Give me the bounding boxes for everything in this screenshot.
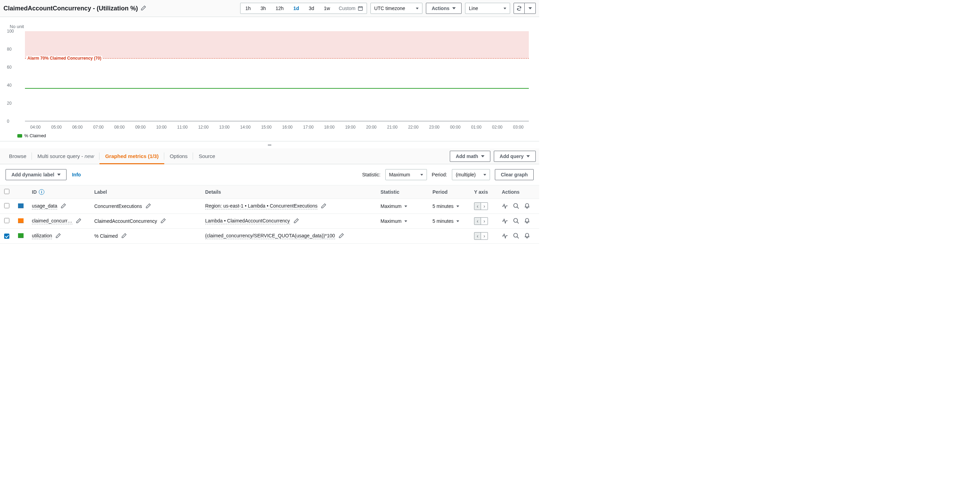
- tabs-actions: Add math Add query: [450, 149, 536, 164]
- edit-icon[interactable]: [161, 218, 166, 224]
- row-checkbox[interactable]: [4, 234, 10, 239]
- add-math-button[interactable]: Add math: [450, 151, 490, 162]
- table-header-row: IDi Label Details Statistic Period Y axi…: [0, 185, 539, 199]
- edit-icon[interactable]: [339, 233, 344, 239]
- timezone-select[interactable]: UTC timezone: [371, 3, 422, 14]
- table-row: usage_dataConcurrentExecutionsRegion: us…: [0, 199, 539, 214]
- y-tick: 100: [7, 29, 14, 33]
- tabs: Browse Multi source query - new Graphed …: [3, 148, 221, 164]
- period-cell-select[interactable]: 5 minutes: [433, 218, 466, 224]
- edit-icon[interactable]: [56, 233, 61, 239]
- pulse-icon[interactable]: [502, 218, 508, 225]
- calendar-icon: [358, 6, 363, 11]
- y-tick: 80: [7, 47, 11, 52]
- bell-icon[interactable]: [524, 203, 530, 210]
- edit-icon[interactable]: [321, 203, 326, 210]
- actions-button[interactable]: Actions: [426, 3, 461, 14]
- y-axis-right-button[interactable]: ›: [481, 217, 488, 225]
- time-range-1h[interactable]: 1h: [240, 3, 256, 14]
- chevron-down-icon: [420, 174, 423, 176]
- x-tick: 17:00: [298, 125, 319, 130]
- y-axis-left-button[interactable]: ‹: [474, 232, 481, 240]
- period-cell-select[interactable]: 5 minutes: [433, 204, 466, 209]
- time-range-1w[interactable]: 1w: [319, 3, 335, 14]
- tab-source[interactable]: Source: [193, 148, 221, 164]
- time-range-custom[interactable]: Custom: [335, 3, 366, 14]
- y-axis-right-button[interactable]: ›: [481, 202, 488, 210]
- x-tick: 09:00: [130, 125, 151, 130]
- header-label: Label: [90, 185, 201, 199]
- period-label: Period:: [432, 172, 447, 177]
- statistic-cell-select[interactable]: Maximum: [380, 218, 424, 224]
- refresh-button-group: [514, 3, 536, 14]
- tab-options[interactable]: Options: [164, 148, 193, 164]
- alarm-band: [25, 31, 529, 58]
- resize-handle[interactable]: ═: [0, 142, 539, 148]
- toolbar-left: Add dynamic label Info: [6, 169, 81, 180]
- timezone-value: UTC timezone: [374, 6, 405, 11]
- edit-icon[interactable]: [60, 203, 66, 210]
- x-axis-ticks: 04:00 05:00 06:00 07:00 08:00 09:00 10:0…: [25, 125, 529, 130]
- series-color-swatch[interactable]: [18, 204, 24, 208]
- search-icon[interactable]: [513, 232, 519, 240]
- graph-type-select[interactable]: Line: [465, 3, 510, 14]
- pulse-icon[interactable]: [502, 203, 508, 210]
- chart-plot-area[interactable]: 100 80 60 40 20 0 Alarm 70% Claimed Conc…: [25, 31, 529, 121]
- time-range-12h[interactable]: 12h: [270, 3, 288, 14]
- edit-icon[interactable]: [121, 233, 127, 239]
- search-icon[interactable]: [513, 203, 519, 210]
- edit-icon[interactable]: [76, 218, 81, 224]
- time-range-1d[interactable]: 1d: [289, 3, 304, 14]
- metric-id: usage_data: [32, 203, 57, 209]
- y-axis-toggle: ‹›: [474, 202, 493, 210]
- refresh-button[interactable]: [514, 3, 525, 14]
- tab-graphed-metrics[interactable]: Graphed metrics (1/3): [99, 148, 164, 164]
- statistic-select[interactable]: Maximum: [385, 169, 427, 180]
- metric-label: ClaimedAccountConcurrency: [94, 218, 157, 224]
- time-range-3h[interactable]: 3h: [256, 3, 271, 14]
- series-color-swatch[interactable]: [18, 218, 24, 223]
- chevron-down-icon: [528, 7, 532, 10]
- info-link[interactable]: Info: [72, 172, 81, 177]
- y-tick: 60: [7, 65, 11, 70]
- select-all-checkbox[interactable]: [4, 189, 10, 194]
- y-axis-toggle: ‹›: [474, 217, 493, 225]
- search-icon[interactable]: [513, 218, 519, 225]
- row-checkbox[interactable]: [4, 218, 10, 223]
- series-color-swatch[interactable]: [18, 233, 24, 238]
- bell-icon[interactable]: [524, 232, 530, 240]
- metric-label: ConcurrentExecutions: [94, 204, 142, 209]
- chevron-down-icon: [457, 220, 459, 222]
- y-axis-right-button[interactable]: ›: [481, 232, 488, 240]
- x-tick: 03:00: [508, 125, 529, 130]
- x-tick: 19:00: [340, 125, 361, 130]
- header-statistic: Statistic: [376, 185, 428, 199]
- edit-title-icon[interactable]: [141, 5, 146, 12]
- add-dynamic-label-button[interactable]: Add dynamic label: [6, 169, 67, 180]
- x-tick: 15:00: [256, 125, 277, 130]
- y-axis-left-button[interactable]: ‹: [474, 217, 481, 225]
- y-axis-unit-label: No unit: [10, 24, 536, 29]
- bell-icon[interactable]: [524, 218, 530, 225]
- statistic-label: Statistic:: [362, 172, 380, 177]
- metric-id: utilization: [32, 233, 52, 239]
- statistic-cell-select[interactable]: Maximum: [380, 204, 424, 209]
- time-range-3d[interactable]: 3d: [304, 3, 319, 14]
- clear-graph-button[interactable]: Clear graph: [495, 169, 534, 180]
- toolbar-right: Statistic: Maximum Period: (multiple) Cl…: [362, 169, 534, 180]
- metric-details: (claimed_concurrency/SERVICE_QUOTA(usage…: [205, 233, 335, 239]
- edit-icon[interactable]: [146, 203, 151, 210]
- table-row: claimed_concurr…ClaimedAccountConcurrenc…: [0, 214, 539, 229]
- actions-label: Actions: [432, 6, 449, 11]
- tab-browse[interactable]: Browse: [3, 148, 32, 164]
- edit-icon[interactable]: [294, 218, 299, 224]
- period-select[interactable]: (multiple): [452, 169, 490, 180]
- tab-multi-source-query[interactable]: Multi source query - new: [32, 148, 99, 164]
- pulse-icon[interactable]: [502, 232, 508, 240]
- refresh-dropdown-button[interactable]: [525, 3, 536, 14]
- row-checkbox[interactable]: [4, 203, 10, 208]
- y-axis-left-button[interactable]: ‹: [474, 202, 481, 210]
- add-query-button[interactable]: Add query: [494, 151, 536, 162]
- info-icon[interactable]: i: [39, 189, 45, 195]
- header-bar: ClaimedAccountConcurrency - (Utilization…: [0, 0, 539, 17]
